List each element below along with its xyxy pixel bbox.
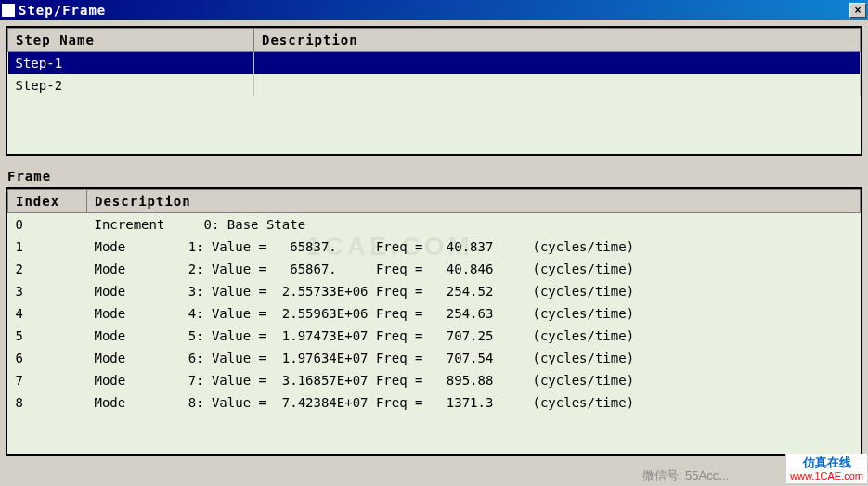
- frame-row[interactable]: 3Mode 3: Value = 2.55733E+06 Freq = 254.…: [8, 280, 861, 302]
- step-row[interactable]: Step-2: [8, 74, 861, 96]
- frame-index-cell: 5: [8, 325, 87, 347]
- frame-header-desc[interactable]: Description: [87, 190, 861, 213]
- frame-desc-cell: Mode 7: Value = 3.16857E+07 Freq = 895.8…: [87, 369, 861, 391]
- badge-line2: www.1CAE.com: [790, 470, 863, 482]
- frame-row[interactable]: 1Mode 1: Value = 65837. Freq = 40.837 (c…: [8, 236, 861, 258]
- frame-index-cell: 1: [8, 236, 87, 258]
- frame-table: Index Description 0Increment 0: Base Sta…: [7, 189, 861, 414]
- step-desc-cell: [254, 52, 861, 75]
- frame-header-index[interactable]: Index: [8, 190, 87, 213]
- frame-row[interactable]: 5Mode 5: Value = 1.97473E+07 Freq = 707.…: [8, 325, 861, 347]
- frame-row[interactable]: 7Mode 7: Value = 3.16857E+07 Freq = 895.…: [8, 369, 861, 391]
- close-button[interactable]: ×: [849, 3, 866, 18]
- step-desc-cell: [254, 74, 861, 96]
- step-table: Step Name Description Step-1Step-2: [7, 28, 861, 96]
- frame-index-cell: 4: [8, 302, 87, 325]
- frame-index-cell: 8: [8, 391, 87, 414]
- frame-index-cell: 7: [8, 369, 87, 391]
- step-row[interactable]: Step-1: [8, 52, 861, 75]
- window-icon: [2, 4, 15, 17]
- frame-row[interactable]: 2Mode 2: Value = 65867. Freq = 40.846 (c…: [8, 258, 861, 280]
- frame-row[interactable]: 6Mode 6: Value = 1.97634E+07 Freq = 707.…: [8, 347, 861, 369]
- step-header-name[interactable]: Step Name: [8, 29, 254, 52]
- titlebar: Step/Frame ×: [0, 0, 868, 20]
- step-table-wrap: Step Name Description Step-1Step-2: [6, 26, 862, 156]
- frame-desc-cell: Mode 5: Value = 1.97473E+07 Freq = 707.2…: [87, 325, 861, 347]
- frame-index-cell: 0: [8, 213, 87, 237]
- step-name-cell: Step-1: [8, 52, 254, 75]
- frame-row[interactable]: 0Increment 0: Base State: [8, 213, 861, 237]
- badge-line1: 仿真在线: [790, 455, 863, 470]
- site-badge: 仿真在线 www.1CAE.com: [785, 454, 868, 484]
- frame-section-label: Frame: [6, 165, 862, 187]
- frame-index-cell: 2: [8, 258, 87, 280]
- frame-table-wrap: Index Description 0Increment 0: Base Sta…: [6, 187, 862, 456]
- frame-desc-cell: Mode 4: Value = 2.55963E+06 Freq = 254.6…: [87, 302, 861, 325]
- frame-desc-cell: Mode 6: Value = 1.97634E+07 Freq = 707.5…: [87, 347, 861, 369]
- frame-desc-cell: Mode 1: Value = 65837. Freq = 40.837 (cy…: [87, 236, 861, 258]
- window-content: Step Name Description Step-1Step-2 Frame…: [0, 20, 868, 471]
- frame-desc-cell: Mode 2: Value = 65867. Freq = 40.846 (cy…: [87, 258, 861, 280]
- frame-desc-cell: Mode 3: Value = 2.55733E+06 Freq = 254.5…: [87, 280, 861, 302]
- frame-index-cell: 6: [8, 347, 87, 369]
- frame-desc-cell: Increment 0: Base State: [87, 213, 861, 237]
- step-header-desc[interactable]: Description: [254, 29, 861, 52]
- step-name-cell: Step-2: [8, 74, 254, 96]
- frame-index-cell: 3: [8, 280, 87, 302]
- frame-row[interactable]: 8Mode 8: Value = 7.42384E+07 Freq = 1371…: [8, 391, 861, 414]
- frame-row[interactable]: 4Mode 4: Value = 2.55963E+06 Freq = 254.…: [8, 302, 861, 325]
- window-title: Step/Frame: [19, 3, 849, 18]
- frame-desc-cell: Mode 8: Value = 7.42384E+07 Freq = 1371.…: [87, 391, 861, 414]
